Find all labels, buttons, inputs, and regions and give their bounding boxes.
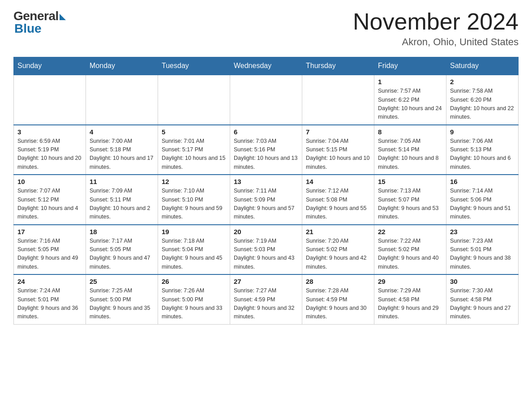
- calendar-cell: 1Sunrise: 7:57 AMSunset: 6:22 PMDaylight…: [374, 75, 446, 125]
- logo: General Blue: [13, 9, 66, 36]
- day-number: 27: [234, 278, 298, 285]
- day-number: 11: [90, 178, 154, 185]
- calendar-cell: 20Sunrise: 7:19 AMSunset: 5:03 PMDayligh…: [230, 225, 302, 275]
- calendar-week-row: 1Sunrise: 7:57 AMSunset: 6:22 PMDaylight…: [14, 75, 519, 125]
- day-number: 21: [306, 228, 370, 235]
- day-number: 22: [378, 228, 442, 235]
- calendar-cell: 15Sunrise: 7:13 AMSunset: 5:07 PMDayligh…: [374, 175, 446, 225]
- day-info: Sunrise: 7:07 AMSunset: 5:12 PMDaylight:…: [17, 187, 82, 222]
- day-number: 26: [162, 278, 226, 285]
- day-info: Sunrise: 7:23 AMSunset: 5:01 PMDaylight:…: [450, 237, 515, 272]
- calendar-cell: 11Sunrise: 7:09 AMSunset: 5:11 PMDayligh…: [86, 175, 158, 225]
- day-info: Sunrise: 7:14 AMSunset: 5:06 PMDaylight:…: [450, 187, 515, 222]
- location-subtitle: Akron, Ohio, United States: [353, 36, 519, 48]
- day-info: Sunrise: 7:24 AMSunset: 5:01 PMDaylight:…: [17, 287, 82, 321]
- calendar-cell: 16Sunrise: 7:14 AMSunset: 5:06 PMDayligh…: [446, 175, 519, 225]
- calendar-header-row: SundayMondayTuesdayWednesdayThursdayFrid…: [14, 57, 519, 75]
- calendar-cell: 3Sunrise: 6:59 AMSunset: 5:19 PMDaylight…: [14, 125, 86, 175]
- day-info: Sunrise: 7:17 AMSunset: 5:05 PMDaylight:…: [90, 237, 154, 272]
- day-info: Sunrise: 7:30 AMSunset: 4:58 PMDaylight:…: [450, 287, 515, 321]
- calendar-cell: 13Sunrise: 7:11 AMSunset: 5:09 PMDayligh…: [230, 175, 302, 225]
- day-info: Sunrise: 7:18 AMSunset: 5:04 PMDaylight:…: [162, 237, 226, 272]
- calendar-cell: 30Sunrise: 7:30 AMSunset: 4:58 PMDayligh…: [446, 274, 519, 324]
- day-number: 6: [234, 128, 298, 136]
- logo-blue-text: Blue: [14, 21, 42, 36]
- day-header-sunday: Sunday: [14, 57, 86, 75]
- calendar-cell: 12Sunrise: 7:10 AMSunset: 5:10 PMDayligh…: [158, 175, 230, 225]
- calendar-cell: 6Sunrise: 7:03 AMSunset: 5:16 PMDaylight…: [230, 125, 302, 175]
- calendar-cell: 28Sunrise: 7:28 AMSunset: 4:59 PMDayligh…: [302, 274, 374, 324]
- calendar-cell: 17Sunrise: 7:16 AMSunset: 5:05 PMDayligh…: [14, 225, 86, 275]
- day-info: Sunrise: 7:20 AMSunset: 5:02 PMDaylight:…: [306, 237, 370, 272]
- calendar-cell: [14, 75, 86, 125]
- calendar-week-row: 17Sunrise: 7:16 AMSunset: 5:05 PMDayligh…: [14, 225, 519, 275]
- day-info: Sunrise: 7:06 AMSunset: 5:13 PMDaylight:…: [450, 137, 515, 172]
- day-info: Sunrise: 7:00 AMSunset: 5:18 PMDaylight:…: [90, 137, 154, 172]
- day-number: 28: [306, 278, 370, 285]
- day-number: 29: [378, 278, 442, 285]
- day-number: 16: [450, 178, 515, 185]
- calendar-cell: 21Sunrise: 7:20 AMSunset: 5:02 PMDayligh…: [302, 225, 374, 275]
- day-header-wednesday: Wednesday: [230, 57, 302, 75]
- calendar-week-row: 10Sunrise: 7:07 AMSunset: 5:12 PMDayligh…: [14, 175, 519, 225]
- day-info: Sunrise: 7:25 AMSunset: 5:00 PMDaylight:…: [90, 287, 154, 321]
- calendar-cell: 23Sunrise: 7:23 AMSunset: 5:01 PMDayligh…: [446, 225, 519, 275]
- day-info: Sunrise: 7:04 AMSunset: 5:15 PMDaylight:…: [306, 137, 370, 172]
- day-info: Sunrise: 7:05 AMSunset: 5:14 PMDaylight:…: [378, 137, 442, 172]
- day-number: 15: [378, 178, 442, 185]
- page-header: General Blue November 2024 Akron, Ohio, …: [13, 9, 519, 48]
- day-number: 5: [162, 128, 226, 136]
- day-number: 30: [450, 278, 515, 285]
- calendar-cell: 24Sunrise: 7:24 AMSunset: 5:01 PMDayligh…: [14, 274, 86, 324]
- day-number: 9: [450, 128, 515, 136]
- day-number: 3: [17, 128, 82, 136]
- day-number: 17: [17, 228, 82, 235]
- day-number: 8: [378, 128, 442, 136]
- day-header-friday: Friday: [374, 57, 446, 75]
- day-number: 20: [234, 228, 298, 235]
- day-info: Sunrise: 7:12 AMSunset: 5:08 PMDaylight:…: [306, 187, 370, 222]
- day-info: Sunrise: 6:59 AMSunset: 5:19 PMDaylight:…: [17, 137, 82, 172]
- day-number: 19: [162, 228, 226, 235]
- calendar-cell: [86, 75, 158, 125]
- calendar-cell: [302, 75, 374, 125]
- calendar-cell: 26Sunrise: 7:26 AMSunset: 5:00 PMDayligh…: [158, 274, 230, 324]
- day-info: Sunrise: 7:28 AMSunset: 4:59 PMDaylight:…: [306, 287, 370, 321]
- day-info: Sunrise: 7:01 AMSunset: 5:17 PMDaylight:…: [162, 137, 226, 172]
- calendar-week-row: 24Sunrise: 7:24 AMSunset: 5:01 PMDayligh…: [14, 274, 519, 324]
- day-info: Sunrise: 7:09 AMSunset: 5:11 PMDaylight:…: [90, 187, 154, 222]
- day-number: 7: [306, 128, 370, 136]
- calendar-cell: [230, 75, 302, 125]
- calendar-cell: 9Sunrise: 7:06 AMSunset: 5:13 PMDaylight…: [446, 125, 519, 175]
- day-number: 4: [90, 128, 154, 136]
- day-info: Sunrise: 7:26 AMSunset: 5:00 PMDaylight:…: [162, 287, 226, 321]
- calendar-cell: 5Sunrise: 7:01 AMSunset: 5:17 PMDaylight…: [158, 125, 230, 175]
- calendar-cell: 25Sunrise: 7:25 AMSunset: 5:00 PMDayligh…: [86, 274, 158, 324]
- calendar-cell: 2Sunrise: 7:58 AMSunset: 6:20 PMDaylight…: [446, 75, 519, 125]
- calendar-cell: 14Sunrise: 7:12 AMSunset: 5:08 PMDayligh…: [302, 175, 374, 225]
- calendar-cell: 22Sunrise: 7:22 AMSunset: 5:02 PMDayligh…: [374, 225, 446, 275]
- calendar-cell: 7Sunrise: 7:04 AMSunset: 5:15 PMDaylight…: [302, 125, 374, 175]
- calendar-cell: 8Sunrise: 7:05 AMSunset: 5:14 PMDaylight…: [374, 125, 446, 175]
- day-header-thursday: Thursday: [302, 57, 374, 75]
- day-info: Sunrise: 7:19 AMSunset: 5:03 PMDaylight:…: [234, 237, 298, 272]
- day-info: Sunrise: 7:11 AMSunset: 5:09 PMDaylight:…: [234, 187, 298, 222]
- day-header-tuesday: Tuesday: [158, 57, 230, 75]
- day-info: Sunrise: 7:58 AMSunset: 6:20 PMDaylight:…: [450, 87, 515, 122]
- day-number: 2: [450, 78, 515, 86]
- calendar-cell: 19Sunrise: 7:18 AMSunset: 5:04 PMDayligh…: [158, 225, 230, 275]
- calendar-table: SundayMondayTuesdayWednesdayThursdayFrid…: [13, 57, 519, 325]
- day-number: 1: [378, 78, 442, 86]
- day-number: 23: [450, 228, 515, 235]
- month-year-title: November 2024: [353, 9, 519, 34]
- day-number: 10: [17, 178, 82, 185]
- day-info: Sunrise: 7:22 AMSunset: 5:02 PMDaylight:…: [378, 237, 442, 272]
- day-header-saturday: Saturday: [446, 57, 519, 75]
- logo-arrow-icon: [60, 14, 66, 20]
- day-info: Sunrise: 7:57 AMSunset: 6:22 PMDaylight:…: [378, 87, 442, 122]
- day-number: 18: [90, 228, 154, 235]
- calendar-cell: 18Sunrise: 7:17 AMSunset: 5:05 PMDayligh…: [86, 225, 158, 275]
- day-info: Sunrise: 7:16 AMSunset: 5:05 PMDaylight:…: [17, 237, 82, 272]
- calendar-cell: 4Sunrise: 7:00 AMSunset: 5:18 PMDaylight…: [86, 125, 158, 175]
- day-info: Sunrise: 7:10 AMSunset: 5:10 PMDaylight:…: [162, 187, 226, 222]
